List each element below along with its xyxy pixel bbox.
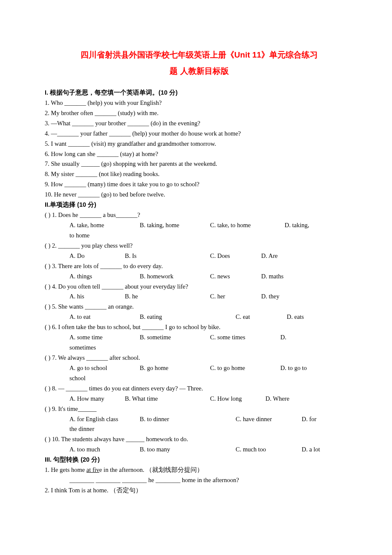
s3-q1-underline: at fiv — [86, 466, 99, 473]
s2-q3-opts: A. things B. homework C. news D. maths — [45, 272, 354, 282]
s2-q6-opts: A. some time B. sometime C. some times D… — [45, 332, 354, 343]
s2-q10-opts: A. too much B. too many C. much too D. a… — [45, 445, 354, 455]
opt-b: B. eating — [140, 312, 236, 322]
section-2-head: II.单项选择 (10 分) — [45, 200, 354, 210]
opt-b: B. taking, home — [140, 220, 210, 231]
opt-c: C. some times — [210, 332, 280, 343]
s3-q1-b: e in the afternoon. （就划线部分提问） — [99, 466, 203, 473]
opt-a: A. to eat — [69, 312, 140, 322]
opt-c: C. How long — [210, 394, 265, 404]
title-line-1: 四川省射洪县外国语学校七年级英语上册《Unit 11》单元综合练习 — [45, 47, 354, 63]
opt-a: A. go to school — [69, 363, 140, 373]
s2-q1-opts-cont: to home — [45, 231, 354, 241]
s2-q5-opts: A. to eat B. eating C. eat D. eats — [45, 312, 354, 322]
opt-d: D. maths — [261, 272, 283, 282]
opt-a: A. things — [69, 272, 140, 282]
opt-c: C. much too — [236, 445, 302, 455]
s2-q8-opts: A. How many B. What time C. How long D. … — [45, 394, 354, 404]
opt-b: B. go home — [140, 363, 210, 373]
document-title: 四川省射洪县外国语学校七年级英语上册《Unit 11》单元综合练习 题 人教新目… — [45, 47, 354, 79]
opt-d: D. — [280, 332, 286, 343]
s2-q7-opts: A. go to school B. go home C. to go home… — [45, 363, 354, 373]
opt-d-cont: the dinner — [69, 424, 94, 434]
s2-q10: ( ) 10. The students always have ______ … — [45, 434, 354, 445]
s1-q5: 5. I want _______ (visit) my grandfather… — [45, 139, 354, 149]
opt-b: B. he — [125, 292, 210, 302]
opt-d: D. a lot — [302, 445, 320, 455]
opt-b: B. homework — [140, 272, 210, 282]
opt-d: D. to go to — [280, 363, 307, 373]
s1-q7: 7. She usually ______ (go) shopping with… — [45, 159, 354, 169]
title-line-2: 题 人教新目标版 — [45, 63, 354, 79]
opt-a: A. take, home — [69, 220, 140, 231]
s2-q9-opts-cont: the dinner — [45, 424, 354, 434]
s1-q6: 6. How long can she _______ (stay) at ho… — [45, 149, 354, 159]
opt-b: B. sometime — [140, 332, 210, 343]
opt-d: D. taking, — [285, 220, 309, 231]
opt-d: D. Are — [261, 251, 278, 261]
s3-q1: 1. He gets home at five in the afternoon… — [45, 465, 354, 475]
s2-q5: ( ) 5. She wants _______ an orange. — [45, 302, 354, 312]
s2-q6: ( ) 6. I often take the bus to school, b… — [45, 322, 354, 332]
opt-d-cont: sometimes — [69, 343, 96, 353]
opt-c: C. have dinner — [236, 414, 302, 425]
section-1-head: I. 根据句子意思，每空填一个英语单词。(10 分) — [45, 88, 354, 98]
s2-q3: ( ) 3. There are lots of _______ to do e… — [45, 261, 354, 272]
s2-q4-opts: A. his B. he C. her D. they — [45, 292, 354, 302]
s2-q8: ( ) 8. — _______ times do you eat dinner… — [45, 384, 354, 394]
opt-b: B. to dinner — [140, 414, 236, 425]
s3-q2: 2. I think Tom is at home. （否定句） — [45, 486, 354, 496]
s1-q1: 1. Who _______ (help) you with your Engl… — [45, 98, 354, 108]
s1-q8: 8. My sister _______ (not like) reading … — [45, 169, 354, 179]
opt-d: D. they — [261, 292, 280, 302]
section-3-head: III. 句型转换 (20 分) — [45, 455, 354, 465]
s1-q3: 3. —What _______ your brother _______ (d… — [45, 119, 354, 129]
opt-c: C. her — [210, 292, 261, 302]
opt-a: A. too much — [69, 445, 140, 455]
s2-q7-opts-cont: school — [45, 373, 354, 384]
opt-b: B. Is — [125, 251, 210, 261]
opt-a: A. How many — [69, 394, 125, 404]
s2-q2-opts: A. Do B. Is C. Does D. Are — [45, 251, 354, 261]
s2-q9: ( ) 9. It's time______ — [45, 404, 354, 414]
opt-b: B. What time — [125, 394, 210, 404]
s2-q9-opts: A. for English class B. to dinner C. hav… — [45, 414, 354, 425]
opt-d: D. for — [302, 414, 317, 425]
s2-q2: ( ) 2. _______ you play chess well? — [45, 241, 354, 251]
s2-q4: ( ) 4. Do you often tell _______ about y… — [45, 282, 354, 292]
s2-q7: ( ) 7. We always _______ after school. — [45, 353, 354, 363]
opt-a: A. Do — [69, 251, 125, 261]
worksheet-page: 四川省射洪县外国语学校七年级英语上册《Unit 11》单元综合练习 题 人教新目… — [0, 0, 392, 555]
opt-c: C. take, to home — [210, 220, 285, 231]
s3-q1-a: 1. He gets home — [45, 466, 86, 473]
opt-d-cont: school — [69, 373, 86, 384]
opt-c: C. Does — [210, 251, 261, 261]
opt-d: D. eats — [287, 312, 304, 322]
opt-c: C. news — [210, 272, 261, 282]
s2-q1-opts: A. take, home B. taking, home C. take, t… — [45, 220, 354, 231]
s1-q4: 4. —_______ your father _______ (help) y… — [45, 129, 354, 139]
s2-q1: ( ) 1. Does he _______ a bus_______? — [45, 210, 354, 220]
opt-c: C. to go home — [210, 363, 280, 373]
s3-q1-ans: ________ ________ ________ he ________ h… — [45, 475, 354, 486]
s2-q6-opts-cont: sometimes — [45, 343, 354, 353]
opt-a: A. some time — [69, 332, 140, 343]
s1-q10: 10. He never _______ (go) to bed before … — [45, 190, 354, 200]
opt-a: A. for English class — [69, 414, 140, 425]
opt-d-cont: to home — [69, 231, 89, 241]
opt-d: D. Where — [265, 394, 289, 404]
s1-q2: 2. My brother often _______ (study) with… — [45, 108, 354, 119]
opt-c: C. eat — [236, 312, 287, 322]
opt-a: A. his — [69, 292, 125, 302]
s1-q9: 9. How _______ (many) time does it take … — [45, 179, 354, 190]
opt-b: B. too many — [140, 445, 236, 455]
